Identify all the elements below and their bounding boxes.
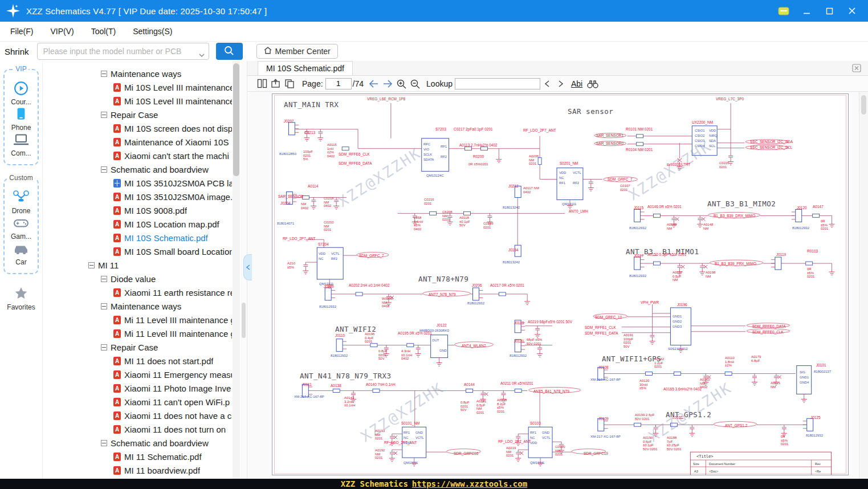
viewer-scrollbar-thumb[interactable] — [861, 95, 866, 115]
next-page-icon[interactable] — [381, 78, 394, 90]
tree-outer-scrollbar-thumb[interactable] — [242, 303, 246, 338]
document-tab[interactable]: MI 10S Schematic.pdf — [258, 61, 353, 75]
tree-file-row[interactable]: AMI 11 boardview.pdf — [43, 463, 232, 477]
tree-file-row[interactable]: AMI 10S 3510J2SM0A image.p — [43, 190, 232, 203]
tree-file-row[interactable]: AMI 10S Schematic.pdf — [43, 231, 232, 244]
tree-item-label: Mi 10S Level III maintenance — [124, 83, 232, 92]
tree-item-label: Xiaomi 11 does not turn on — [124, 425, 226, 434]
sidebar-item-drone[interactable]: Drone — [11, 189, 31, 215]
lookup-input[interactable] — [455, 78, 540, 89]
drone-icon — [13, 189, 30, 205]
schematic-label: A0188 7pF ±0.25pF 50V 0201 — [667, 436, 682, 451]
collapse-toggle-icon[interactable] — [101, 112, 107, 118]
tree-group-row[interactable]: Maintenance ways — [43, 299, 232, 313]
schematic-label: J0117 — [634, 254, 643, 258]
tree-file-row[interactable]: AXiaomi 11 does not turn on — [43, 422, 232, 436]
maximize-button[interactable] — [824, 5, 835, 17]
collapse-toggle-icon[interactable] — [101, 303, 107, 309]
tree-group-row[interactable]: MI 11 — [43, 258, 232, 272]
tree-file-row[interactable]: AMi 11 Level III maintenance g — [43, 313, 232, 327]
menu-item[interactable]: Tool(T) — [91, 27, 116, 36]
minimize-button[interactable] — [801, 5, 812, 17]
schematic-label: GND1 GND2 GND3 — [673, 314, 682, 329]
tree-item-label: MI 11 Schematic.pdf — [124, 452, 202, 462]
vip-badge-icon[interactable] — [778, 5, 789, 17]
tree-file-row[interactable]: AMI 10S 9008.pdf — [43, 203, 232, 217]
tree-group-row[interactable]: Maintenance ways — [43, 67, 232, 80]
tree-file-row[interactable]: AMI 10S screen does not displ — [43, 121, 232, 135]
lookup-prev-icon[interactable] — [540, 78, 554, 90]
match-case-toggle[interactable]: Abi — [571, 79, 582, 88]
menu-item[interactable]: File(F) — [10, 27, 33, 36]
tree-file-row[interactable]: AXiaomi 11 Photo Image Inve — [43, 381, 232, 395]
viewer-scrollbar[interactable] — [859, 92, 868, 479]
schematic-label: A0179 6.8pF — [751, 355, 761, 362]
collapse-toggle-icon[interactable] — [88, 262, 95, 268]
chevron-down-icon[interactable] — [199, 50, 205, 60]
pdf-page-area[interactable]: ANT_MAIN TRXSAR sensorANT_B3_B1_MIMO2ANT… — [247, 92, 868, 479]
pdf-file-icon: A — [113, 329, 121, 338]
schematic-label: A0199 2.6pF 50V 0201 — [635, 413, 654, 421]
tree-file-row[interactable]: AMI 10S Location map.pdf — [43, 217, 232, 231]
collapse-toggle-icon[interactable] — [101, 276, 107, 282]
tree-file-row[interactable]: AXiaomi 11 can't open WiFi.p — [43, 395, 232, 409]
zoom-out-icon[interactable] — [408, 78, 422, 90]
sidebar-item-phone[interactable]: Phone — [11, 106, 31, 132]
copy-page-icon[interactable] — [283, 78, 296, 90]
tree-scrollbar-thumb[interactable] — [233, 63, 239, 176]
schematic-label: Rev — [815, 462, 821, 466]
tree-file-row[interactable]: MI 10S 3510J2SM0A PCB lay — [43, 176, 232, 190]
shrink-button[interactable]: Shrink — [5, 47, 29, 56]
close-document-icon[interactable] — [852, 64, 861, 75]
tree-group-row[interactable]: Diode value — [43, 272, 232, 286]
tree-scrollbar[interactable] — [233, 61, 240, 479]
schematic-label: SDM_RFFE1_CLK — [585, 325, 616, 329]
tree-file-row[interactable]: AMI 11 does not start.pdf — [43, 354, 232, 368]
schematic-label: B1_B3_B39_PRX_MIMO — [715, 262, 756, 266]
prev-page-icon[interactable] — [367, 78, 381, 90]
tree-file-row[interactable]: AMi 11 Level III maintenance g — [43, 327, 232, 340]
zoom-in-icon[interactable] — [394, 78, 408, 90]
tree-file-row[interactable]: AXiaomi 11 Emergency measu — [43, 368, 232, 381]
collapse-toggle-icon[interactable] — [101, 71, 107, 77]
tree-file-row[interactable]: AXiaomi can't start the machi — [43, 149, 232, 162]
binoculars-icon[interactable] — [586, 78, 600, 90]
collapse-toggle-icon[interactable] — [101, 344, 107, 351]
schematic-label: A0118 ±0.1pF 50V — [459, 216, 470, 227]
tree-group-row[interactable]: Repair Case — [43, 340, 232, 354]
tree-file-row[interactable]: AMI 10S Small board Location — [43, 244, 232, 258]
sidebar-item-com[interactable]: Com... — [11, 132, 31, 157]
search-button[interactable] — [216, 43, 243, 60]
status-brand: XZZ Schematics — [341, 479, 408, 488]
lookup-next-icon[interactable] — [554, 78, 568, 90]
schematic-label: SDM_GRFC_7 — [359, 254, 384, 258]
sidebar-item-car[interactable]: Car — [11, 241, 31, 266]
tree-file-row[interactable]: AMI 11 Schematic.pdf — [43, 450, 232, 463]
tree-file-row[interactable]: AMaintenance of Xiaomi 10S — [43, 135, 232, 149]
menu-item[interactable]: VIP(V) — [50, 27, 74, 36]
menu-item[interactable]: Settings(S) — [133, 27, 172, 36]
schematic-label: J0212 — [508, 184, 519, 188]
tree-file-row[interactable]: AXiaomi 11 does not have a cl — [43, 409, 232, 422]
sidebar-item-cour[interactable]: Cour... — [11, 80, 31, 106]
search-input[interactable] — [38, 47, 209, 56]
close-button[interactable] — [846, 5, 858, 17]
tree-file-row[interactable]: AXiaomi 11 earth resistance re — [43, 286, 232, 299]
two-page-view-icon[interactable] — [255, 78, 269, 90]
tree-file-row[interactable]: AMi 10S Level III maintenance — [43, 94, 232, 108]
tree-file-row[interactable]: AMi 10S Level III maintenance — [43, 80, 232, 94]
tree-group-row[interactable]: Repair Case — [43, 108, 232, 121]
panel-collapse-handle[interactable] — [243, 254, 252, 280]
collapse-toggle-icon[interactable] — [101, 166, 107, 173]
sidebar-item-favorites[interactable]: Favorites — [0, 286, 42, 311]
tree-item-label: Xiaomi 11 Emergency measu — [124, 370, 232, 380]
tree-group-row[interactable]: Schematic and boardview — [43, 162, 232, 176]
export-page-icon[interactable] — [269, 78, 283, 90]
page-number-input[interactable] — [325, 78, 352, 89]
tree-group-row[interactable]: Schematic and boardview — [43, 436, 232, 450]
sidebar-item-gam[interactable]: Gam... — [11, 215, 31, 241]
member-center-button[interactable]: Member Center — [256, 44, 338, 59]
collapse-toggle-icon[interactable] — [101, 440, 107, 446]
schematic-label: XM-217-XC-167-8P — [590, 435, 621, 439]
pdf-file-icon: A — [113, 288, 121, 297]
